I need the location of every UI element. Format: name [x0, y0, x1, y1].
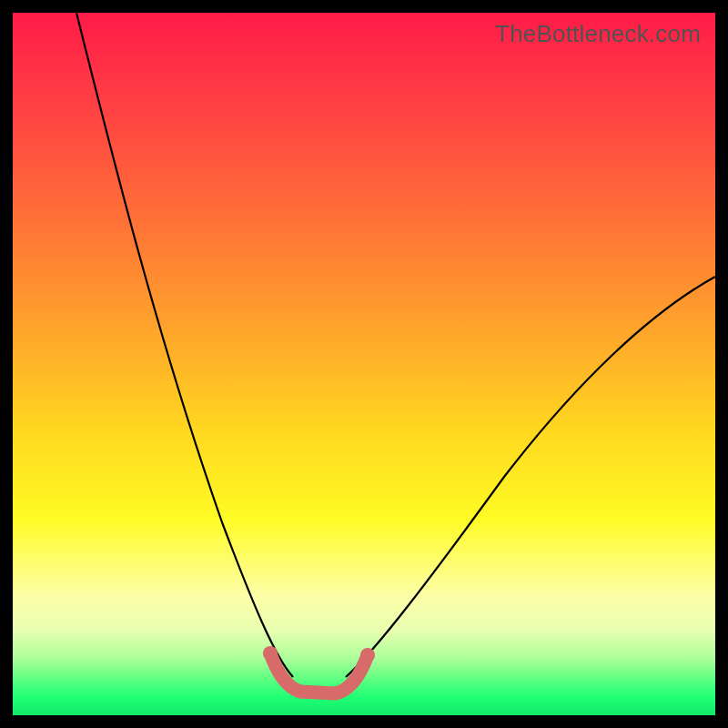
highlight-dot-right	[360, 648, 375, 662]
right-curve	[346, 277, 715, 677]
curve-layer	[13, 13, 715, 715]
left-curve	[76, 13, 293, 677]
flat-highlight	[270, 653, 368, 693]
plot-area: TheBottleneck.com	[13, 13, 715, 715]
highlight-dot-left	[263, 646, 278, 661]
chart-frame: TheBottleneck.com	[0, 0, 728, 728]
